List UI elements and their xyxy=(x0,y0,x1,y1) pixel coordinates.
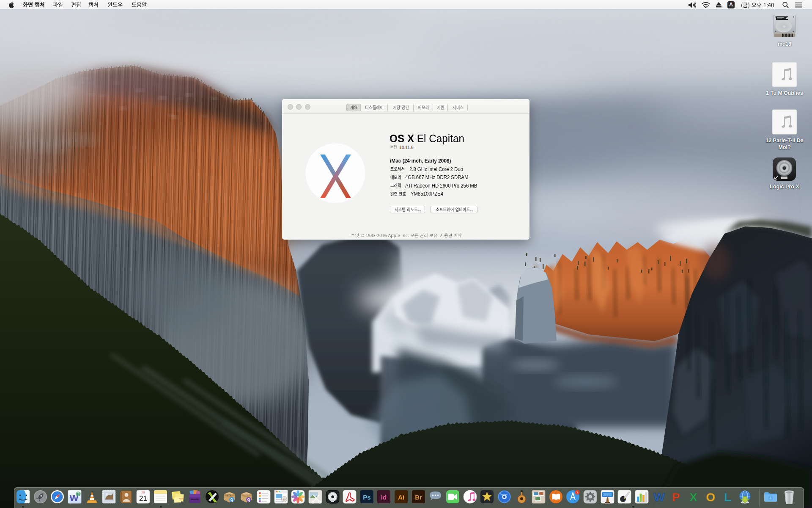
svg-text:Q: Q xyxy=(230,497,233,502)
svg-text:P: P xyxy=(672,491,680,504)
svg-text:L: L xyxy=(724,491,731,504)
svg-text:GTX: GTX xyxy=(227,494,231,497)
svg-text:3D: 3D xyxy=(283,498,286,501)
svg-text:W: W xyxy=(653,491,665,504)
svg-text:O: O xyxy=(706,491,716,504)
svg-text:Br: Br xyxy=(415,494,422,501)
svg-text:Q: Q xyxy=(247,497,250,502)
svg-text:7: 7 xyxy=(576,491,578,494)
svg-text:Ps: Ps xyxy=(363,494,370,501)
svg-text:21: 21 xyxy=(139,494,147,502)
svg-text:X: X xyxy=(689,491,697,504)
svg-text:PLAN: PLAN xyxy=(179,497,184,500)
svg-text:Id: Id xyxy=(381,494,387,501)
svg-text:Ai: Ai xyxy=(398,494,404,501)
